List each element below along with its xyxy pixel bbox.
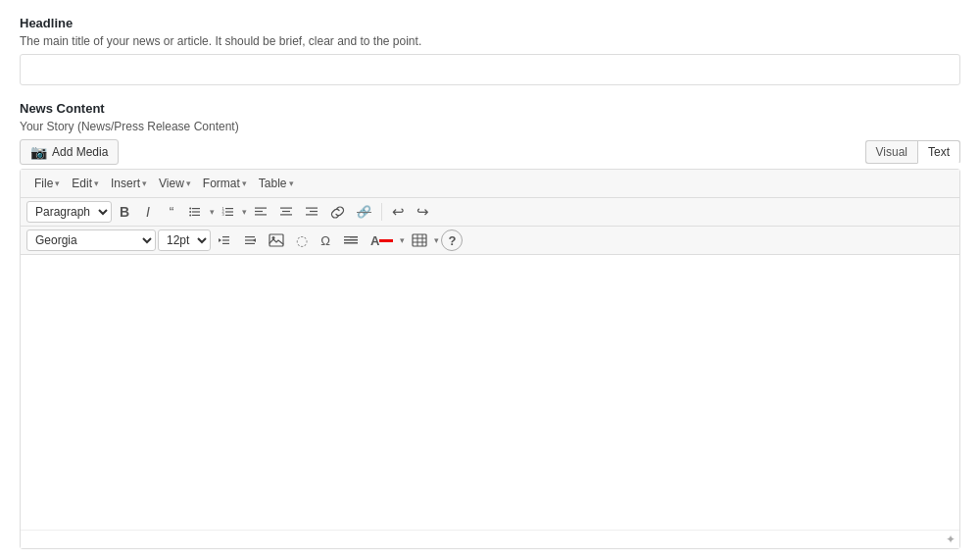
help-button[interactable]: ? <box>441 229 463 251</box>
svg-rect-32 <box>344 238 350 240</box>
text-color-dropdown-arrow[interactable]: ▾ <box>400 235 405 245</box>
svg-point-4 <box>189 211 191 213</box>
svg-rect-12 <box>255 208 267 209</box>
view-tabs: Visual Text <box>865 140 960 164</box>
svg-rect-6 <box>225 208 233 209</box>
resize-icon: ✦ <box>946 533 956 546</box>
align-center-button[interactable] <box>274 201 298 223</box>
list-dropdown[interactable]: ▾ <box>210 207 215 217</box>
redo-button[interactable]: ↪ <box>412 201 434 223</box>
outdent-button[interactable] <box>213 229 236 251</box>
news-content-section: News Content Your Story (News/Press Rele… <box>20 101 960 549</box>
toolbar-separator-1 <box>381 203 382 221</box>
svg-rect-23 <box>222 243 229 244</box>
font-family-select[interactable]: Georgia Arial Times New Roman <box>26 229 156 251</box>
svg-text:3: 3 <box>222 212 225 217</box>
svg-rect-31 <box>344 242 358 244</box>
ordered-list-button[interactable]: 1 2 3 <box>217 201 240 223</box>
editor-top-bar: 📷 Add Media Visual Text <box>20 139 960 165</box>
svg-rect-13 <box>255 211 263 212</box>
headline-description: The main title of your news or article. … <box>20 34 960 48</box>
unordered-list-button[interactable] <box>184 201 208 223</box>
ordered-list-dropdown[interactable]: ▾ <box>242 207 247 217</box>
italic-button[interactable]: I <box>137 201 159 223</box>
undo-button[interactable]: ↩ <box>387 201 410 223</box>
svg-rect-26 <box>245 243 255 244</box>
headline-label: Headline <box>20 16 960 30</box>
svg-rect-30 <box>344 239 358 241</box>
menu-file[interactable]: File ▾ <box>28 174 66 193</box>
svg-rect-33 <box>413 234 426 246</box>
table-dropdown-arrow[interactable]: ▾ <box>434 235 439 245</box>
clear-formatting-button[interactable]: ◌ <box>291 229 313 251</box>
svg-rect-0 <box>192 208 200 209</box>
menu-edit[interactable]: Edit ▾ <box>66 174 105 193</box>
svg-rect-19 <box>310 211 318 212</box>
tab-text[interactable]: Text <box>917 140 960 164</box>
svg-rect-18 <box>306 208 318 209</box>
font-size-select[interactable]: 12pt 10pt 14pt 16pt <box>158 229 211 251</box>
ordered-list-dropdown-arrow: ▾ <box>242 207 247 217</box>
editor-body[interactable] <box>21 255 959 530</box>
editor-resize-handle: ✦ <box>21 530 959 548</box>
tab-visual[interactable]: Visual <box>865 140 917 164</box>
align-left-button[interactable] <box>249 201 272 223</box>
table-arrow-icon: ▾ <box>289 178 294 188</box>
svg-rect-21 <box>222 236 229 237</box>
add-media-button[interactable]: 📷 Add Media <box>20 139 119 165</box>
insert-image-button[interactable] <box>264 229 289 251</box>
svg-rect-29 <box>344 236 358 238</box>
news-content-label: News Content <box>20 101 960 116</box>
remove-link-button[interactable]: 🔗 <box>352 201 376 223</box>
menu-format[interactable]: Format ▾ <box>197 174 253 193</box>
svg-rect-27 <box>270 234 283 246</box>
menu-bar: File ▾ Edit ▾ Insert ▾ View ▾ Format ▾ T… <box>21 170 959 198</box>
view-arrow-icon: ▾ <box>186 178 191 188</box>
menu-table[interactable]: Table ▾ <box>253 174 300 193</box>
insert-arrow-icon: ▾ <box>142 178 147 188</box>
toolbar-row-2: Georgia Arial Times New Roman 12pt 10pt … <box>21 227 959 255</box>
svg-rect-2 <box>192 215 200 216</box>
svg-rect-20 <box>306 214 318 215</box>
blockquote-button[interactable]: “ <box>161 201 182 223</box>
align-right-button[interactable] <box>300 201 323 223</box>
svg-rect-8 <box>225 215 233 216</box>
menu-view[interactable]: View ▾ <box>153 174 197 193</box>
svg-point-3 <box>189 208 191 210</box>
menu-insert[interactable]: Insert ▾ <box>105 174 153 193</box>
file-arrow-icon: ▾ <box>55 178 60 188</box>
svg-rect-24 <box>245 236 255 237</box>
bold-button[interactable]: B <box>114 201 135 223</box>
svg-rect-22 <box>222 239 229 240</box>
special-chars-button[interactable]: Ω <box>315 229 336 251</box>
add-media-label: Add Media <box>52 145 108 159</box>
text-color-icon: A <box>370 233 379 248</box>
editor-wrapper: File ▾ Edit ▾ Insert ▾ View ▾ Format ▾ T… <box>20 169 960 549</box>
indent-button[interactable] <box>238 229 262 251</box>
insert-link-button[interactable] <box>325 201 350 223</box>
toolbar-row-1: Paragraph Heading 1 Heading 2 Heading 3 … <box>21 198 959 227</box>
svg-rect-14 <box>255 214 267 215</box>
format-arrow-icon: ▾ <box>242 178 247 188</box>
table-button[interactable] <box>407 229 432 251</box>
svg-point-5 <box>189 214 191 216</box>
svg-rect-7 <box>225 211 233 212</box>
svg-rect-17 <box>280 214 292 215</box>
svg-rect-1 <box>192 211 200 212</box>
edit-arrow-icon: ▾ <box>94 178 99 188</box>
story-sublabel: Your Story (News/Press Release Content) <box>20 120 960 133</box>
text-color-button[interactable]: A <box>366 229 398 251</box>
list-dropdown-arrow: ▾ <box>210 207 215 217</box>
horizontal-rule-button[interactable] <box>338 229 364 251</box>
text-color-bar <box>379 239 393 242</box>
svg-rect-16 <box>282 211 290 212</box>
paragraph-select[interactable]: Paragraph Heading 1 Heading 2 Heading 3 <box>26 201 112 223</box>
headline-input[interactable] <box>20 54 960 85</box>
svg-rect-15 <box>280 208 292 209</box>
add-media-icon: 📷 <box>30 144 47 160</box>
headline-section: Headline The main title of your news or … <box>20 16 960 99</box>
